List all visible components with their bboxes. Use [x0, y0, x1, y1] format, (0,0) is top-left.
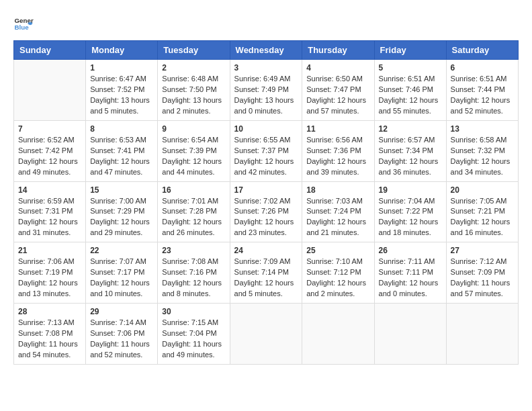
calendar-cell: 12Sunrise: 6:57 AM Sunset: 7:34 PM Dayli…	[374, 120, 446, 181]
day-number: 23	[162, 246, 225, 255]
calendar-cell: 26Sunrise: 7:11 AM Sunset: 7:11 PM Dayli…	[374, 242, 446, 304]
cell-content: Sunrise: 7:04 AM Sunset: 7:22 PM Dayligh…	[379, 196, 442, 239]
day-number: 11	[306, 124, 369, 134]
cell-content: Sunrise: 7:12 AM Sunset: 7:09 PM Dayligh…	[451, 257, 514, 300]
calendar-cell: 27Sunrise: 7:12 AM Sunset: 7:09 PM Dayli…	[446, 242, 518, 304]
day-number: 3	[234, 63, 298, 73]
cell-content: Sunrise: 6:49 AM Sunset: 7:49 PM Dayligh…	[234, 74, 298, 117]
week-row-3: 14Sunrise: 6:59 AM Sunset: 7:31 PM Dayli…	[14, 181, 519, 242]
logo-icon: General Blue	[13, 13, 34, 34]
day-number: 21	[18, 246, 81, 255]
day-number: 7	[18, 124, 81, 134]
day-header-sunday: Sunday	[14, 41, 86, 60]
calendar-cell: 16Sunrise: 7:01 AM Sunset: 7:28 PM Dayli…	[158, 181, 230, 242]
day-number: 22	[90, 246, 153, 255]
day-number: 8	[90, 124, 153, 134]
calendar-cell: 11Sunrise: 6:56 AM Sunset: 7:36 PM Dayli…	[302, 120, 374, 181]
calendar-cell: 23Sunrise: 7:08 AM Sunset: 7:16 PM Dayli…	[158, 242, 230, 304]
cell-content: Sunrise: 6:54 AM Sunset: 7:39 PM Dayligh…	[162, 135, 225, 178]
day-number: 5	[379, 63, 442, 73]
day-header-friday: Friday	[374, 41, 446, 60]
day-number: 4	[306, 63, 369, 73]
day-number: 18	[306, 185, 369, 195]
calendar-cell: 4Sunrise: 6:50 AM Sunset: 7:47 PM Daylig…	[302, 60, 374, 121]
cell-content: Sunrise: 7:13 AM Sunset: 7:08 PM Dayligh…	[18, 318, 81, 361]
week-row-2: 7Sunrise: 6:52 AM Sunset: 7:42 PM Daylig…	[14, 120, 519, 181]
calendar-cell: 8Sunrise: 6:53 AM Sunset: 7:41 PM Daylig…	[86, 120, 158, 181]
day-number: 13	[451, 124, 514, 134]
day-number: 26	[379, 246, 442, 255]
cell-content: Sunrise: 7:06 AM Sunset: 7:19 PM Dayligh…	[18, 257, 81, 300]
day-number: 30	[162, 307, 225, 316]
day-number: 12	[379, 124, 442, 134]
week-row-5: 28Sunrise: 7:13 AM Sunset: 7:08 PM Dayli…	[14, 304, 519, 365]
day-number: 17	[234, 185, 298, 195]
header-row: SundayMondayTuesdayWednesdayThursdayFrid…	[14, 41, 519, 60]
day-number: 20	[451, 185, 514, 195]
cell-content: Sunrise: 7:07 AM Sunset: 7:17 PM Dayligh…	[90, 257, 153, 300]
calendar-cell	[14, 60, 86, 121]
cell-content: Sunrise: 6:57 AM Sunset: 7:34 PM Dayligh…	[379, 135, 442, 178]
calendar-cell: 1Sunrise: 6:47 AM Sunset: 7:52 PM Daylig…	[86, 60, 158, 121]
day-header-wednesday: Wednesday	[230, 41, 302, 60]
calendar-cell: 7Sunrise: 6:52 AM Sunset: 7:42 PM Daylig…	[14, 120, 86, 181]
calendar-cell: 9Sunrise: 6:54 AM Sunset: 7:39 PM Daylig…	[158, 120, 230, 181]
cell-content: Sunrise: 6:56 AM Sunset: 7:36 PM Dayligh…	[306, 135, 369, 178]
cell-content: Sunrise: 7:03 AM Sunset: 7:24 PM Dayligh…	[306, 196, 369, 239]
calendar-cell	[374, 304, 446, 365]
day-number: 24	[234, 246, 298, 255]
cell-content: Sunrise: 7:02 AM Sunset: 7:26 PM Dayligh…	[234, 196, 298, 239]
day-number: 1	[90, 63, 153, 73]
calendar-cell: 21Sunrise: 7:06 AM Sunset: 7:19 PM Dayli…	[14, 242, 86, 304]
cell-content: Sunrise: 6:58 AM Sunset: 7:32 PM Dayligh…	[451, 135, 514, 178]
cell-content: Sunrise: 7:08 AM Sunset: 7:16 PM Dayligh…	[162, 257, 225, 300]
calendar-cell: 22Sunrise: 7:07 AM Sunset: 7:17 PM Dayli…	[86, 242, 158, 304]
calendar-cell: 28Sunrise: 7:13 AM Sunset: 7:08 PM Dayli…	[14, 304, 86, 365]
cell-content: Sunrise: 7:15 AM Sunset: 7:04 PM Dayligh…	[162, 318, 225, 361]
day-number: 16	[162, 185, 225, 195]
cell-content: Sunrise: 6:55 AM Sunset: 7:37 PM Dayligh…	[234, 135, 298, 178]
cell-content: Sunrise: 6:51 AM Sunset: 7:44 PM Dayligh…	[451, 74, 514, 117]
day-number: 9	[162, 124, 225, 134]
cell-content: Sunrise: 7:00 AM Sunset: 7:29 PM Dayligh…	[90, 196, 153, 239]
calendar-cell: 6Sunrise: 6:51 AM Sunset: 7:44 PM Daylig…	[446, 60, 518, 121]
cell-content: Sunrise: 6:59 AM Sunset: 7:31 PM Dayligh…	[18, 196, 81, 239]
header: General Blue	[13, 13, 519, 34]
cell-content: Sunrise: 7:05 AM Sunset: 7:21 PM Dayligh…	[451, 196, 514, 239]
calendar-cell: 5Sunrise: 6:51 AM Sunset: 7:46 PM Daylig…	[374, 60, 446, 121]
cell-content: Sunrise: 7:01 AM Sunset: 7:28 PM Dayligh…	[162, 196, 225, 239]
calendar-cell: 13Sunrise: 6:58 AM Sunset: 7:32 PM Dayli…	[446, 120, 518, 181]
calendar: SundayMondayTuesdayWednesdayThursdayFrid…	[13, 40, 519, 365]
cell-content: Sunrise: 6:52 AM Sunset: 7:42 PM Dayligh…	[18, 135, 81, 178]
cell-content: Sunrise: 6:50 AM Sunset: 7:47 PM Dayligh…	[306, 74, 369, 117]
calendar-cell	[446, 304, 518, 365]
cell-content: Sunrise: 6:47 AM Sunset: 7:52 PM Dayligh…	[90, 74, 153, 117]
calendar-cell: 14Sunrise: 6:59 AM Sunset: 7:31 PM Dayli…	[14, 181, 86, 242]
week-row-1: 1Sunrise: 6:47 AM Sunset: 7:52 PM Daylig…	[14, 60, 519, 121]
cell-content: Sunrise: 6:53 AM Sunset: 7:41 PM Dayligh…	[90, 135, 153, 178]
calendar-cell: 3Sunrise: 6:49 AM Sunset: 7:49 PM Daylig…	[230, 60, 302, 121]
svg-text:Blue: Blue	[15, 24, 30, 31]
calendar-cell: 15Sunrise: 7:00 AM Sunset: 7:29 PM Dayli…	[86, 181, 158, 242]
cell-content: Sunrise: 7:14 AM Sunset: 7:06 PM Dayligh…	[90, 318, 153, 361]
calendar-cell: 17Sunrise: 7:02 AM Sunset: 7:26 PM Dayli…	[230, 181, 302, 242]
day-number: 28	[18, 307, 81, 316]
calendar-cell: 20Sunrise: 7:05 AM Sunset: 7:21 PM Dayli…	[446, 181, 518, 242]
calendar-cell: 29Sunrise: 7:14 AM Sunset: 7:06 PM Dayli…	[86, 304, 158, 365]
calendar-cell: 18Sunrise: 7:03 AM Sunset: 7:24 PM Dayli…	[302, 181, 374, 242]
calendar-cell	[230, 304, 302, 365]
logo: General Blue	[13, 13, 34, 34]
day-header-thursday: Thursday	[302, 41, 374, 60]
day-number: 15	[90, 185, 153, 195]
day-number: 14	[18, 185, 81, 195]
calendar-cell: 24Sunrise: 7:09 AM Sunset: 7:14 PM Dayli…	[230, 242, 302, 304]
cell-content: Sunrise: 6:51 AM Sunset: 7:46 PM Dayligh…	[379, 74, 442, 117]
calendar-cell	[302, 304, 374, 365]
calendar-cell: 10Sunrise: 6:55 AM Sunset: 7:37 PM Dayli…	[230, 120, 302, 181]
calendar-cell: 25Sunrise: 7:10 AM Sunset: 7:12 PM Dayli…	[302, 242, 374, 304]
day-number: 6	[451, 63, 514, 73]
calendar-cell: 30Sunrise: 7:15 AM Sunset: 7:04 PM Dayli…	[158, 304, 230, 365]
day-number: 19	[379, 185, 442, 195]
cell-content: Sunrise: 7:11 AM Sunset: 7:11 PM Dayligh…	[379, 257, 442, 300]
day-number: 10	[234, 124, 298, 134]
